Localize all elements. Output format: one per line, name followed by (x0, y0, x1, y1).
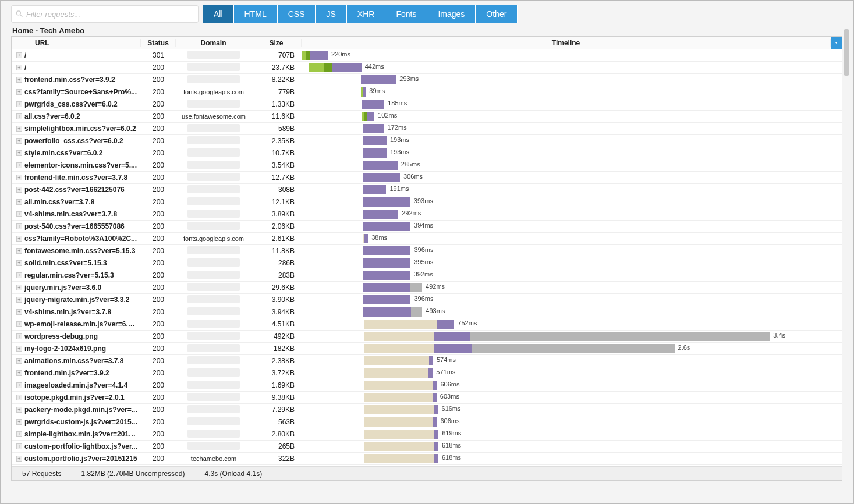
filter-input-wrap[interactable] (11, 5, 199, 23)
expand-icon[interactable]: + (16, 175, 22, 180)
table-row[interactable]: +css?family=Roboto%3A100%2C...200fonts.g… (12, 233, 842, 245)
table-row[interactable]: +v4-shims.min.css?ver=3.7.82003.89KB292m… (12, 208, 842, 221)
expand-icon[interactable]: + (16, 272, 22, 278)
filter-input[interactable] (26, 10, 194, 19)
status-cell: 200 (141, 88, 176, 96)
scroll-thumb[interactable] (844, 29, 849, 76)
status-cell: 200 (141, 100, 176, 108)
expand-icon[interactable]: + (16, 297, 22, 303)
table-row[interactable]: +imagesloaded.min.js?ver=4.1.42001.69KB6… (12, 379, 842, 392)
table-row[interactable]: +simplelightbox.min.css?ver=6.0.2200589B… (12, 123, 842, 135)
toolbar: AllHTMLCSSJSXHRFontsImagesOther (11, 4, 843, 24)
expand-icon[interactable]: + (16, 431, 22, 437)
domain-cell (176, 283, 251, 292)
expand-icon[interactable]: + (16, 113, 22, 119)
expand-icon[interactable]: + (16, 101, 22, 107)
table-row[interactable]: +all.min.css?ver=3.7.820012.1KB393ms (12, 196, 842, 208)
expand-icon[interactable]: + (16, 260, 22, 266)
table-row[interactable]: +style.min.css?ver=6.0.220010.7KB193ms (12, 147, 842, 159)
expand-icon[interactable]: + (16, 187, 22, 193)
table-row[interactable]: +/20023.7KB442ms (12, 62, 842, 74)
table-row[interactable]: +css?family=Source+Sans+Pro%...200fonts.… (12, 86, 842, 98)
filter-tab-html[interactable]: HTML (234, 5, 278, 23)
table-row[interactable]: +frontend.min.js?ver=3.9.22003.72KB571ms (12, 367, 842, 379)
expand-icon[interactable]: + (16, 52, 22, 58)
expand-icon[interactable]: + (16, 419, 22, 425)
expand-icon[interactable]: + (16, 333, 22, 339)
filter-tab-images[interactable]: Images (427, 5, 476, 23)
expand-icon[interactable]: + (16, 443, 22, 449)
table-row[interactable]: +pwrgrids-custom-js.js?ver=2015...200563… (12, 416, 842, 428)
expand-icon[interactable]: + (16, 211, 22, 217)
timeline-cell: 616ms (302, 404, 842, 416)
expand-icon[interactable]: + (16, 199, 22, 205)
table-row[interactable]: +packery-mode.pkgd.min.js?ver=...2007.29… (12, 404, 842, 416)
status-cell: 200 (141, 320, 176, 328)
table-row[interactable]: +custom.portfolio.js?ver=20151215200tech… (12, 453, 842, 465)
table-row[interactable]: +pwrgrids_css.css?ver=6.0.22001.33KB185m… (12, 98, 842, 111)
table-row[interactable]: +jquery-migrate.min.js?ver=3.3.22003.90K… (12, 294, 842, 306)
time-label: 292ms (402, 210, 421, 216)
time-label: 185ms (388, 100, 407, 107)
columns-dropdown[interactable] (831, 37, 842, 49)
table-row[interactable]: +animations.min.css?ver=3.7.82002.38KB57… (12, 355, 842, 367)
expand-icon[interactable]: + (16, 370, 22, 376)
table-row[interactable]: +post-442.css?ver=1662125076200308B191ms (12, 184, 842, 196)
table-row[interactable]: +isotope.pkgd.min.js?ver=2.0.12009.38KB6… (12, 392, 842, 404)
expand-icon[interactable]: + (16, 309, 22, 315)
timeline-cell: 3.4s (302, 331, 842, 342)
domain-cell (176, 393, 251, 402)
table-row[interactable]: +regular.min.css?ver=5.15.3200283B392ms (12, 269, 842, 282)
col-status[interactable]: Status (141, 39, 176, 47)
table-row[interactable]: +custom-portfolio-lightbox.js?ver...2002… (12, 441, 842, 453)
expand-icon[interactable]: + (16, 456, 22, 462)
status-bar: 57 Requests 1.82MB (2.70MB Uncompressed)… (12, 466, 842, 480)
table-row[interactable]: +jquery.min.js?ver=3.6.020029.6KB492ms (12, 282, 842, 294)
expand-icon[interactable]: + (16, 223, 22, 229)
table-row[interactable]: +elementor-icons.min.css?ver=5....2003.5… (12, 159, 842, 172)
col-url[interactable]: URL (12, 39, 141, 47)
expand-icon[interactable]: + (16, 150, 22, 156)
table-row[interactable]: +simple-lightbox.min.js?ver=2015...2002.… (12, 428, 842, 441)
table-row[interactable]: +frontend.min.css?ver=3.9.22008.22KB293m… (12, 74, 842, 86)
expand-icon[interactable]: + (16, 89, 22, 95)
expand-icon[interactable]: + (16, 126, 22, 132)
domain-cell (176, 75, 251, 84)
expand-icon[interactable]: + (16, 346, 22, 352)
table-row[interactable]: +solid.min.css?ver=5.15.3200286B395ms (12, 257, 842, 269)
filter-tab-other[interactable]: Other (476, 5, 518, 23)
table-row[interactable]: +my-logo-2-1024x619.png200182KB2.6s (12, 343, 842, 355)
expand-icon[interactable]: + (16, 395, 22, 400)
col-timeline[interactable]: Timeline (302, 39, 831, 47)
table-row[interactable]: +all.css?ver=6.0.2200use.fontawesome.com… (12, 111, 842, 123)
expand-icon[interactable]: + (16, 248, 22, 254)
table-row[interactable]: +wordpress-debug.png200492KB3.4s (12, 331, 842, 343)
col-size[interactable]: Size (251, 39, 302, 47)
table-row[interactable]: +wp-emoji-release.min.js?ver=6.0.22004.5… (12, 318, 842, 331)
expand-icon[interactable]: + (16, 382, 22, 388)
table-row[interactable]: +post-540.css?ver=16655570862002.06KB394… (12, 221, 842, 233)
filter-tab-fonts[interactable]: Fonts (385, 5, 427, 23)
expand-icon[interactable]: + (16, 65, 22, 70)
expand-icon[interactable]: + (16, 77, 22, 83)
table-row[interactable]: +frontend-lite.min.css?ver=3.7.820012.7K… (12, 172, 842, 184)
expand-icon[interactable]: + (16, 162, 22, 168)
col-domain[interactable]: Domain (176, 39, 251, 47)
scrollbar[interactable] (842, 29, 851, 484)
table-row[interactable]: +fontawesome.min.css?ver=5.15.320011.8KB… (12, 245, 842, 257)
filter-tab-css[interactable]: CSS (278, 5, 316, 23)
table-row[interactable]: +powerfolio_css.css?ver=6.0.22002.35KB19… (12, 135, 842, 147)
expand-icon[interactable]: + (16, 321, 22, 327)
expand-icon[interactable]: + (16, 407, 22, 413)
filter-tab-xhr[interactable]: XHR (347, 5, 386, 23)
status-cell: 200 (141, 393, 176, 402)
expand-icon[interactable]: + (16, 358, 22, 364)
filter-tab-js[interactable]: JS (316, 5, 346, 23)
table-row[interactable]: +/301707B220ms (12, 49, 842, 62)
expand-icon[interactable]: + (16, 285, 22, 290)
timeline-cell: 393ms (302, 196, 842, 208)
filter-tab-all[interactable]: All (203, 5, 234, 23)
expand-icon[interactable]: + (16, 138, 22, 144)
expand-icon[interactable]: + (16, 236, 22, 242)
table-row[interactable]: +v4-shims.min.js?ver=3.7.82003.94KB493ms (12, 306, 842, 318)
